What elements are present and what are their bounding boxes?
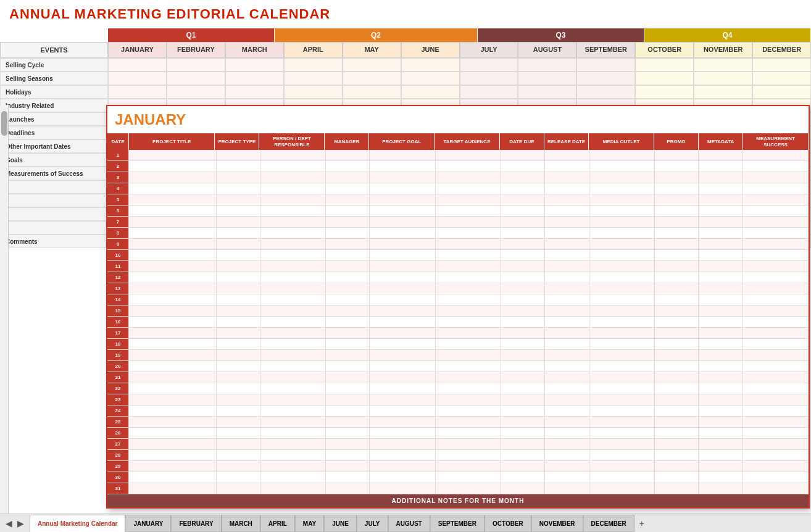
jan-data-cell[interactable] (260, 250, 326, 261)
event-cell[interactable] (225, 72, 284, 85)
jan-data-cell[interactable] (743, 305, 809, 317)
jan-data-cell[interactable] (370, 261, 435, 272)
jan-data-cell[interactable] (217, 394, 260, 405)
jan-data-cell[interactable] (589, 283, 655, 294)
jan-data-cell[interactable] (436, 161, 501, 172)
jan-data-cell[interactable] (545, 228, 589, 239)
jan-data-cell[interactable] (501, 250, 545, 261)
jan-data-cell[interactable] (699, 172, 742, 183)
jan-data-cell[interactable] (589, 239, 655, 250)
jan-data-cell[interactable] (501, 217, 545, 228)
jan-data-cell[interactable] (655, 283, 699, 294)
jan-data-cell[interactable] (743, 183, 809, 194)
jan-data-cell[interactable] (501, 472, 545, 483)
jan-data-cell[interactable] (436, 239, 501, 250)
jan-data-cell[interactable] (699, 361, 742, 372)
jan-data-cell[interactable] (545, 261, 589, 272)
jan-data-cell[interactable] (545, 217, 589, 228)
jan-data-cell[interactable] (545, 194, 589, 206)
jan-data-cell[interactable] (436, 328, 501, 339)
jan-data-cell[interactable] (743, 450, 809, 461)
jan-data-cell[interactable] (545, 239, 589, 250)
jan-data-cell[interactable] (217, 372, 260, 383)
tab-annual-marketing-calendar[interactable]: Annual Marketing Calendar (30, 515, 125, 532)
jan-data-cell[interactable] (743, 350, 809, 361)
event-cell[interactable] (635, 72, 694, 85)
jan-data-cell[interactable] (699, 372, 742, 383)
jan-data-cell[interactable] (326, 183, 370, 194)
jan-data-cell[interactable] (743, 405, 809, 417)
jan-data-cell[interactable] (436, 305, 501, 317)
jan-data-cell[interactable] (326, 283, 370, 294)
jan-data-cell[interactable] (436, 461, 501, 472)
jan-data-cell[interactable] (545, 428, 589, 439)
jan-data-cell[interactable] (436, 450, 501, 461)
jan-data-cell[interactable] (501, 239, 545, 250)
jan-data-cell[interactable] (589, 228, 655, 239)
jan-data-cell[interactable] (436, 261, 501, 272)
jan-data-cell[interactable] (589, 328, 655, 339)
jan-data-cell[interactable] (743, 472, 809, 483)
event-cell[interactable] (108, 58, 167, 72)
add-tab-btn[interactable]: + (634, 517, 649, 530)
jan-data-cell[interactable] (501, 172, 545, 183)
jan-data-cell[interactable] (129, 161, 217, 172)
jan-data-cell[interactable] (370, 339, 435, 350)
jan-data-cell[interactable] (545, 206, 589, 217)
jan-data-cell[interactable] (501, 450, 545, 461)
jan-data-cell[interactable] (129, 350, 217, 361)
jan-data-cell[interactable] (326, 394, 370, 405)
jan-data-cell[interactable] (217, 439, 260, 450)
event-cell[interactable] (284, 72, 343, 85)
jan-data-cell[interactable] (436, 183, 501, 194)
jan-data-cell[interactable] (326, 383, 370, 394)
jan-data-cell[interactable] (436, 439, 501, 450)
jan-data-cell[interactable] (655, 305, 699, 317)
jan-data-cell[interactable] (699, 261, 742, 272)
jan-data-cell[interactable] (655, 217, 699, 228)
jan-data-cell[interactable] (370, 350, 435, 361)
jan-data-cell[interactable] (326, 194, 370, 206)
jan-data-cell[interactable] (436, 228, 501, 239)
jan-data-cell[interactable] (699, 305, 742, 317)
jan-data-cell[interactable] (217, 461, 260, 472)
event-cell[interactable] (167, 58, 225, 72)
jan-data-cell[interactable] (699, 350, 742, 361)
jan-data-cell[interactable] (501, 328, 545, 339)
event-cell[interactable] (460, 72, 518, 85)
jan-data-cell[interactable] (436, 150, 501, 161)
jan-data-cell[interactable] (655, 361, 699, 372)
jan-data-cell[interactable] (217, 328, 260, 339)
jan-data-cell[interactable] (260, 206, 326, 217)
jan-data-cell[interactable] (217, 450, 260, 461)
jan-data-cell[interactable] (501, 305, 545, 317)
jan-data-cell[interactable] (545, 339, 589, 350)
tab-january[interactable]: JANUARY (125, 515, 171, 532)
jan-data-cell[interactable] (129, 361, 217, 372)
jan-data-cell[interactable] (589, 261, 655, 272)
jan-data-cell[interactable] (260, 294, 326, 305)
jan-data-cell[interactable] (545, 417, 589, 428)
jan-data-cell[interactable] (217, 261, 260, 272)
jan-data-cell[interactable] (501, 394, 545, 405)
jan-data-cell[interactable] (370, 228, 435, 239)
jan-data-cell[interactable] (699, 328, 742, 339)
jan-data-cell[interactable] (655, 472, 699, 483)
jan-data-cell[interactable] (129, 339, 217, 350)
jan-data-cell[interactable] (699, 483, 742, 494)
jan-data-cell[interactable] (545, 439, 589, 450)
jan-data-cell[interactable] (743, 461, 809, 472)
jan-data-cell[interactable] (260, 172, 326, 183)
jan-data-cell[interactable] (436, 472, 501, 483)
jan-data-cell[interactable] (326, 261, 370, 272)
jan-data-cell[interactable] (217, 339, 260, 350)
jan-data-cell[interactable] (217, 183, 260, 194)
jan-data-cell[interactable] (129, 417, 217, 428)
jan-data-cell[interactable] (436, 172, 501, 183)
event-cell[interactable] (343, 58, 401, 72)
jan-data-cell[interactable] (436, 250, 501, 261)
jan-data-cell[interactable] (545, 272, 589, 283)
jan-data-cell[interactable] (129, 428, 217, 439)
jan-data-cell[interactable] (589, 172, 655, 183)
tab-december[interactable]: DECEMBER (583, 515, 634, 532)
